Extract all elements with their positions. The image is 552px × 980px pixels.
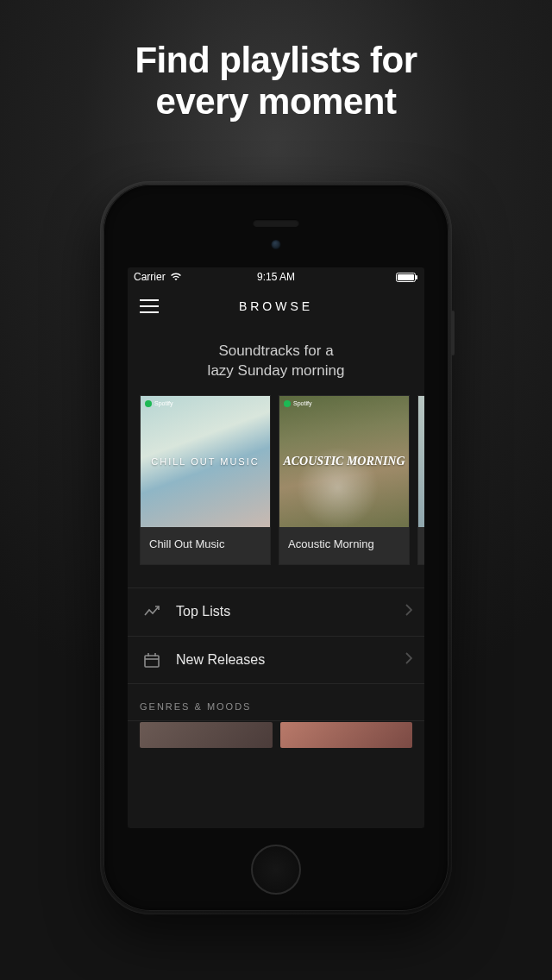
headline-line1: Find playlists for — [135, 40, 417, 80]
genre-tile[interactable] — [140, 722, 273, 748]
menu-top-lists[interactable]: Top Lists — [128, 587, 424, 636]
art-overlay-text: ACOUSTIC MORNING — [283, 455, 405, 468]
playlist-art: Spotify ACOUSTIC MORNING — [279, 396, 409, 527]
chart-icon — [140, 603, 164, 620]
power-button-side — [451, 311, 455, 355]
app-screen: Carrier 9:15 AM BROWSE Soundtrac — [128, 267, 424, 828]
browse-content: Soundtracks for a lazy Sunday morning Sp… — [128, 326, 424, 828]
svg-rect-1 — [398, 274, 414, 280]
playlist-card[interactable]: Spotify ACOUSTIC MORNING Acoustic Mornin… — [279, 395, 410, 565]
genre-tile[interactable] — [280, 722, 413, 748]
art-overlay-text: CHILL OUT MUSIC — [151, 456, 259, 467]
calendar-icon — [140, 651, 164, 669]
spotify-badge: Spotify — [145, 400, 172, 407]
browse-menu: Top Lists New Releases — [128, 587, 424, 684]
promo-headline: Find playlists for every moment — [0, 0, 552, 123]
menu-label: New Releases — [176, 652, 265, 668]
home-button[interactable] — [251, 845, 301, 895]
playlist-art: Spotify CHILL OUT MUSIC — [141, 396, 270, 527]
playlist-title: Chill Out Music — [141, 527, 270, 564]
chevron-right-icon — [405, 652, 412, 668]
carrier-label: Carrier — [134, 271, 166, 283]
status-left: Carrier — [134, 271, 182, 283]
status-bar: Carrier 9:15 AM — [128, 267, 424, 286]
phone-frame: Carrier 9:15 AM BROWSE Soundtrac — [100, 181, 452, 914]
wifi-icon — [170, 273, 182, 281]
hero-tagline: Soundtracks for a lazy Sunday morning — [128, 326, 424, 395]
playlist-carousel[interactable]: Spotify CHILL OUT MUSIC Chill Out Music … — [128, 395, 424, 565]
hero-line2: lazy Sunday morning — [208, 362, 345, 379]
hero-line1: Soundtracks for a — [218, 342, 333, 359]
phone-camera — [272, 240, 281, 249]
phone-bezel: Carrier 9:15 AM BROWSE Soundtrac — [104, 185, 448, 911]
spotify-badge: Spotify — [284, 400, 311, 407]
status-time: 9:15 AM — [257, 271, 295, 283]
section-header-genres: GENRES & MOODS — [128, 684, 424, 720]
svg-rect-2 — [416, 275, 417, 280]
playlist-art — [418, 396, 424, 527]
page-title: BROWSE — [239, 299, 313, 313]
headline-line2: every moment — [156, 81, 397, 122]
nav-header: BROWSE — [128, 286, 424, 326]
menu-new-releases[interactable]: New Releases — [128, 636, 424, 684]
menu-label: Top Lists — [176, 604, 230, 619]
phone-speaker — [253, 219, 299, 227]
chevron-right-icon — [405, 604, 412, 619]
playlist-card-peek[interactable] — [417, 395, 424, 565]
battery-icon — [396, 273, 418, 282]
menu-icon[interactable] — [140, 299, 159, 313]
svg-rect-3 — [145, 656, 159, 667]
genre-grid — [128, 720, 424, 748]
playlist-title: Acoustic Morning — [279, 527, 409, 564]
playlist-card[interactable]: Spotify CHILL OUT MUSIC Chill Out Music — [140, 395, 271, 565]
